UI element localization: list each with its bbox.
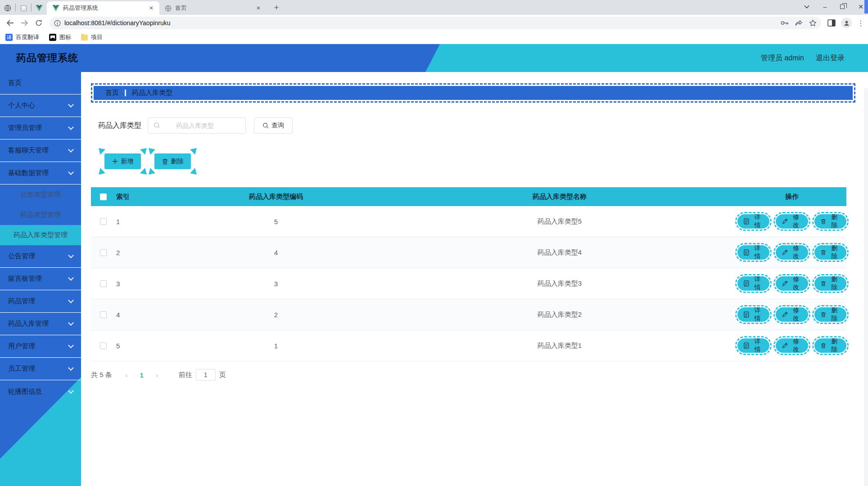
pagination-total: 共 5 条 xyxy=(91,371,112,379)
corner-triangle xyxy=(140,148,147,155)
sidebar-item-notice-mgmt[interactable]: 公告管理 xyxy=(0,245,81,268)
detail-button[interactable]: 详情 xyxy=(737,338,769,353)
corner-triangle xyxy=(140,168,147,175)
document-icon xyxy=(744,311,749,318)
edit-button[interactable]: 修改 xyxy=(776,338,808,353)
sidebar-item-carousel-info[interactable]: 轮播图信息 xyxy=(0,380,81,403)
edit-button[interactable]: 修改 xyxy=(776,276,808,291)
pagination-next-button[interactable]: › xyxy=(151,369,163,381)
sidebar-item-message-board[interactable]: 留言板管理 xyxy=(0,268,81,290)
side-panel-icon[interactable] xyxy=(827,19,836,27)
search-icon xyxy=(154,122,160,129)
search-row: 药品入库类型 查询 xyxy=(98,117,856,134)
sidebar-item-personal-center[interactable]: 个人中心 xyxy=(0,94,81,117)
row-delete-button-label: 删除 xyxy=(829,338,840,354)
row-checkbox[interactable] xyxy=(100,311,107,318)
pagination-page-1[interactable]: 1 xyxy=(136,369,148,381)
sidebar-item-chat-mgmt[interactable]: 客服聊天管理 xyxy=(0,140,81,162)
row-delete-button[interactable]: 删除 xyxy=(814,245,846,260)
cell-name: 药品入库类型2 xyxy=(382,310,737,319)
sidebar-item-admin-mgmt[interactable]: 管理员管理 xyxy=(0,117,81,140)
detail-button[interactable]: 详情 xyxy=(737,214,769,229)
sidebar-item-label: 药品类型管理 xyxy=(20,211,61,219)
tab-close-button[interactable]: ✕ xyxy=(148,4,155,12)
window-restore-button[interactable] xyxy=(840,4,845,9)
query-button[interactable]: 查询 xyxy=(254,117,293,134)
tab-inactive[interactable]: 首页 ✕ xyxy=(159,1,267,15)
password-key-icon[interactable] xyxy=(781,20,789,26)
tab-close-button[interactable]: ✕ xyxy=(255,4,262,12)
browser-toolbar: localhost:8081/#/dictionaryYaopinruku ⋮ xyxy=(0,15,868,31)
row-delete-button-label: 删除 xyxy=(829,244,840,261)
sidebar-item-staff-mgmt[interactable]: 员工管理 xyxy=(0,358,81,380)
sidebar-item-home[interactable]: 首页 xyxy=(0,72,81,94)
browser-menu-button[interactable]: ⋮ xyxy=(857,19,864,27)
delete-button[interactable]: 删除 xyxy=(154,153,191,169)
sidebar-item-drug-inbound-mgmt[interactable]: 药品入库管理 xyxy=(0,313,81,335)
pinned-tab-page[interactable] xyxy=(16,1,31,15)
pinned-tab-vue[interactable] xyxy=(32,1,47,15)
globe-icon xyxy=(165,5,172,12)
bookmark-item[interactable]: 项目 xyxy=(81,33,103,41)
add-button[interactable]: 新增 xyxy=(104,153,141,169)
sidebar-subitem-drug-inbound-type[interactable]: 药品入库类型管理 xyxy=(0,225,81,245)
detail-button[interactable]: 详情 xyxy=(737,276,769,291)
breadcrumb-home[interactable]: 首页 xyxy=(105,89,119,97)
row-checkbox[interactable] xyxy=(100,342,107,349)
tab-search-chevron-icon[interactable] xyxy=(804,5,809,9)
search-icon xyxy=(262,122,269,129)
row-checkbox[interactable] xyxy=(100,218,107,225)
detail-button[interactable]: 详情 xyxy=(737,245,769,260)
edit-button[interactable]: 修改 xyxy=(776,307,808,322)
sidebar-subitem-drug-type[interactable]: 药品类型管理 xyxy=(0,205,81,225)
detail-button-label: 详情 xyxy=(752,306,763,323)
row-checkbox[interactable] xyxy=(100,280,107,287)
row-delete-button[interactable]: 删除 xyxy=(814,338,846,353)
pagination-prev-button[interactable]: ‹ xyxy=(120,369,133,381)
profile-avatar[interactable] xyxy=(841,18,852,28)
row-checkbox[interactable] xyxy=(100,249,107,256)
row-delete-button[interactable]: 删除 xyxy=(814,276,846,291)
address-bar[interactable]: localhost:8081/#/dictionaryYaopinruku xyxy=(50,17,821,29)
new-tab-button[interactable]: + xyxy=(270,1,283,14)
tab-active[interactable]: 药品管理系统 ✕ xyxy=(47,1,159,15)
bookmark-item[interactable]: 译 百度翻译 xyxy=(5,33,39,41)
sidebar-item-drug-mgmt[interactable]: 药品管理 xyxy=(0,290,81,313)
sidebar-item-base-data-mgmt[interactable]: 基础数据管理 xyxy=(0,162,81,184)
select-all-checkbox[interactable] xyxy=(100,194,107,200)
document-icon xyxy=(744,249,749,256)
sidebar-item-user-mgmt[interactable]: 用户管理 xyxy=(0,335,81,358)
edit-button[interactable]: 修改 xyxy=(776,245,808,260)
page-scrollbar[interactable] xyxy=(864,88,868,486)
document-icon xyxy=(744,342,749,349)
pinned-tab-globe[interactable] xyxy=(0,1,15,15)
row-delete-button[interactable]: 删除 xyxy=(814,307,846,322)
sidebar-subitem-notice-type[interactable]: 公告类型管理 xyxy=(0,184,81,205)
search-input[interactable] xyxy=(148,117,246,134)
edit-button-label: 修改 xyxy=(791,338,802,354)
browser-tab-bar: 药品管理系统 ✕ 首页 ✕ + – ✕ xyxy=(0,0,868,15)
window-close-button[interactable]: ✕ xyxy=(858,3,863,10)
refresh-button[interactable] xyxy=(32,17,45,29)
row-delete-button[interactable]: 删除 xyxy=(814,214,846,229)
edit-button[interactable]: 修改 xyxy=(776,214,808,229)
translate-icon: 译 xyxy=(5,34,13,41)
forward-button[interactable] xyxy=(18,17,31,29)
url-text[interactable]: localhost:8081/#/dictionaryYaopinruku xyxy=(64,19,781,27)
edit-button-label: 修改 xyxy=(791,275,802,292)
document-icon xyxy=(744,280,749,287)
back-button[interactable] xyxy=(4,17,16,29)
chevron-down-icon xyxy=(68,342,74,348)
bookmark-item[interactable]: 图标 xyxy=(49,33,71,41)
vue-logo-icon xyxy=(36,5,43,11)
site-info-icon[interactable] xyxy=(54,20,61,27)
logout-link[interactable]: 退出登录 xyxy=(816,54,845,63)
pen-icon xyxy=(782,342,788,349)
pagination-goto-input[interactable] xyxy=(196,369,216,381)
chevron-down-icon xyxy=(68,169,74,175)
window-minimize-button[interactable]: – xyxy=(823,3,827,10)
bookmark-star-icon[interactable] xyxy=(809,19,817,27)
detail-button[interactable]: 详情 xyxy=(737,307,769,322)
app-title: 药品管理系统 xyxy=(16,51,78,65)
share-icon[interactable] xyxy=(795,20,803,27)
